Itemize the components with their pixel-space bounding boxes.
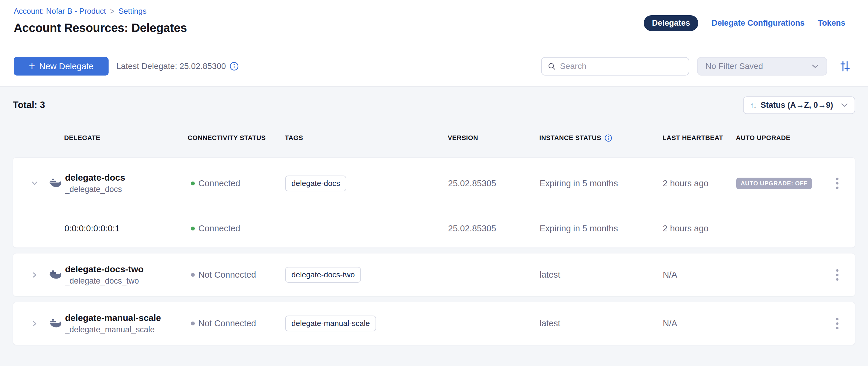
last-heartbeat: 2 hours ago — [663, 178, 736, 188]
delegate-row[interactable]: delegate-docs _delegate_docs Connected d… — [13, 158, 855, 209]
breadcrumb-separator-icon: > — [110, 6, 114, 16]
collapse-chevron-icon[interactable] — [30, 179, 39, 188]
delegate-tag: delegate-manual-scale — [285, 315, 376, 331]
col-header-auto-upgrade: AUTO UPGRADE — [736, 134, 819, 142]
instance-host: 0:0:0:0:0:0:0:1 — [49, 224, 188, 233]
delegate-card: delegate-docs _delegate_docs Connected d… — [13, 157, 855, 248]
docker-icon — [49, 318, 61, 329]
delegate-name: delegate-docs-two — [65, 264, 144, 274]
instance-status: latest — [539, 270, 663, 280]
delegate-tag: delegate-docs — [285, 175, 346, 191]
search-box — [541, 57, 689, 76]
delegate-identifier: _delegate_docs — [65, 185, 125, 194]
delegate-card: delegate-docs-two _delegate_docs_two Not… — [13, 253, 855, 297]
breadcrumb-account-link[interactable]: Account: Nofar B - Product — [14, 6, 106, 16]
auto-upgrade-badge: AUTO UPGRADE: OFF — [736, 178, 812, 189]
tab-delegates[interactable]: Delegates — [644, 15, 699, 31]
connectivity-status: Not Connected — [198, 318, 256, 328]
delegate-row[interactable]: delegate-manual-scale _delegate_manual_s… — [13, 302, 855, 345]
breadcrumb-settings-link[interactable]: Settings — [118, 6, 147, 16]
saved-filter-select[interactable]: No Filter Saved — [697, 57, 827, 76]
info-icon[interactable] — [229, 61, 239, 71]
delegate-name: delegate-docs — [65, 173, 125, 183]
instance-status: Expiring in 5 months — [539, 224, 663, 233]
table-header-row: DELEGATE CONNECTIVITY STATUS TAGS VERSIO… — [13, 133, 855, 143]
tab-tokens[interactable]: Tokens — [817, 19, 845, 28]
header-tabs: Delegates Delegate Configurations Tokens — [644, 0, 845, 46]
filter-sliders-button[interactable] — [838, 59, 851, 73]
instance-status: Expiring in 5 months — [539, 178, 663, 188]
filter-sliders-icon — [838, 59, 851, 73]
docker-icon — [49, 270, 61, 280]
delegate-tag: delegate-docs-two — [285, 267, 361, 283]
instance-status: latest — [539, 318, 663, 328]
total-count: Total: 3 — [13, 100, 45, 110]
col-header-last-heartbeat: LAST HEARTBEAT — [662, 134, 736, 142]
connected-dot-icon — [191, 227, 195, 230]
col-header-instance-status: INSTANCE STATUS — [539, 134, 662, 142]
connectivity-status: Not Connected — [198, 270, 256, 280]
expand-chevron-icon[interactable] — [30, 319, 39, 328]
delegate-instance-row: 0:0:0:0:0:0:0:1 Connected 25.02.85305 Ex… — [13, 209, 855, 248]
delegate-identifier: _delegate_docs_two — [65, 277, 144, 286]
delegate-version: 25.02.85305 — [448, 178, 539, 188]
last-heartbeat: N/A — [663, 270, 736, 280]
search-input[interactable] — [560, 61, 683, 71]
col-header-connectivity: CONNECTIVITY STATUS — [188, 134, 285, 142]
chevron-down-icon — [841, 103, 848, 107]
toolbar: + New Delegate Latest Delegate: 25.02.85… — [0, 46, 868, 87]
expand-chevron-icon[interactable] — [30, 271, 39, 279]
kebab-menu-icon[interactable] — [834, 175, 841, 191]
last-heartbeat: 2 hours ago — [663, 224, 736, 233]
sort-select[interactable]: ↑↓ Status (A→Z, 0→9) — [743, 96, 855, 114]
breadcrumb: Account: Nofar B - Product > Settings — [14, 6, 187, 16]
sort-arrows-icon: ↑↓ — [750, 101, 756, 110]
instance-version: 25.02.85305 — [448, 224, 539, 233]
delegate-card: delegate-manual-scale _delegate_manual_s… — [13, 302, 855, 345]
search-icon — [548, 62, 556, 71]
delegates-list: Total: 3 ↑↓ Status (A→Z, 0→9) DELEGATE C… — [0, 96, 868, 345]
last-heartbeat: N/A — [663, 318, 736, 328]
docker-icon — [49, 178, 61, 188]
new-delegate-button[interactable]: + New Delegate — [14, 57, 108, 76]
connectivity-status: Connected — [198, 178, 240, 188]
latest-delegate-label: Latest Delegate: 25.02.85300 — [116, 61, 239, 71]
delegate-name: delegate-manual-scale — [65, 313, 161, 323]
tab-delegate-configurations[interactable]: Delegate Configurations — [711, 19, 804, 28]
disconnected-dot-icon — [191, 321, 195, 326]
connectivity-status: Connected — [198, 224, 240, 233]
chevron-down-icon — [812, 64, 819, 68]
col-header-delegate: DELEGATE — [49, 134, 188, 142]
kebab-menu-icon[interactable] — [834, 267, 841, 283]
col-header-tags: TAGS — [285, 134, 448, 142]
page-header: Account: Nofar B - Product > Settings Ac… — [0, 0, 868, 46]
page-title: Account Resources: Delegates — [14, 21, 187, 35]
info-icon[interactable] — [604, 134, 612, 142]
col-header-version: VERSION — [448, 134, 539, 142]
delegate-identifier: _delegate_manual_scale — [65, 325, 161, 334]
delegate-row[interactable]: delegate-docs-two _delegate_docs_two Not… — [13, 253, 855, 296]
disconnected-dot-icon — [191, 273, 195, 277]
connected-dot-icon — [191, 181, 195, 186]
kebab-menu-icon[interactable] — [834, 315, 841, 332]
